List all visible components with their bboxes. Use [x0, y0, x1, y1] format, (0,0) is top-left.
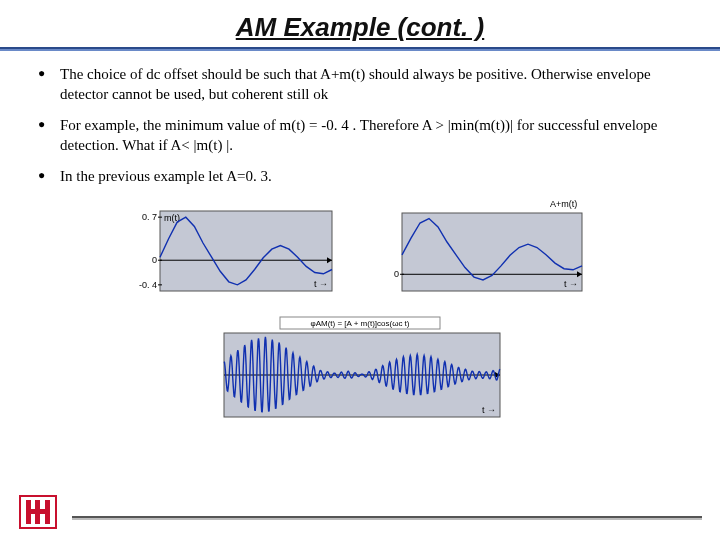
title-rule: [0, 47, 720, 51]
bullet-2: For example, the minimum value of m(t) =…: [38, 116, 688, 155]
svg-text:t →: t →: [482, 405, 496, 415]
svg-text:0: 0: [152, 255, 157, 265]
charts-top-row: -0. 400. 7m(t)t → A+m(t)0t →: [32, 199, 688, 303]
chart-amt: A+m(t)0t →: [380, 199, 590, 303]
page-title: AM Example (cont. ): [32, 12, 688, 43]
uh-logo-icon: [18, 494, 58, 530]
bullet-1: The choice of dc offset should be such t…: [38, 65, 688, 104]
svg-text:-0. 4: -0. 4: [139, 279, 157, 289]
svg-rect-11: [402, 213, 582, 291]
chart-am-signal: t →φAM(t) = [A + m(t)]cos(ωc t): [210, 315, 510, 429]
chart-amt-svg: A+m(t)0t →: [380, 199, 590, 299]
footer-rule: [72, 516, 702, 518]
chart-am-signal-svg: t →φAM(t) = [A + m(t)]cos(ωc t): [210, 315, 510, 425]
charts-bottom-row: t →φAM(t) = [A + m(t)]cos(ωc t): [32, 315, 688, 429]
svg-text:φAM(t) = [A + m(t)]cos(ωc t): φAM(t) = [A + m(t)]cos(ωc t): [311, 319, 410, 328]
svg-text:A+m(t): A+m(t): [550, 199, 577, 209]
svg-text:0. 7: 0. 7: [142, 212, 157, 222]
svg-rect-25: [35, 500, 40, 524]
svg-text:t →: t →: [314, 279, 328, 289]
svg-text:t →: t →: [564, 279, 578, 289]
bullet-list: The choice of dc offset should be such t…: [32, 65, 688, 187]
chart-mt: -0. 400. 7m(t)t →: [130, 199, 340, 303]
svg-text:0: 0: [394, 269, 399, 279]
chart-mt-svg: -0. 400. 7m(t)t →: [130, 199, 340, 299]
bullet-3: In the previous example let A=0. 3.: [38, 167, 688, 187]
